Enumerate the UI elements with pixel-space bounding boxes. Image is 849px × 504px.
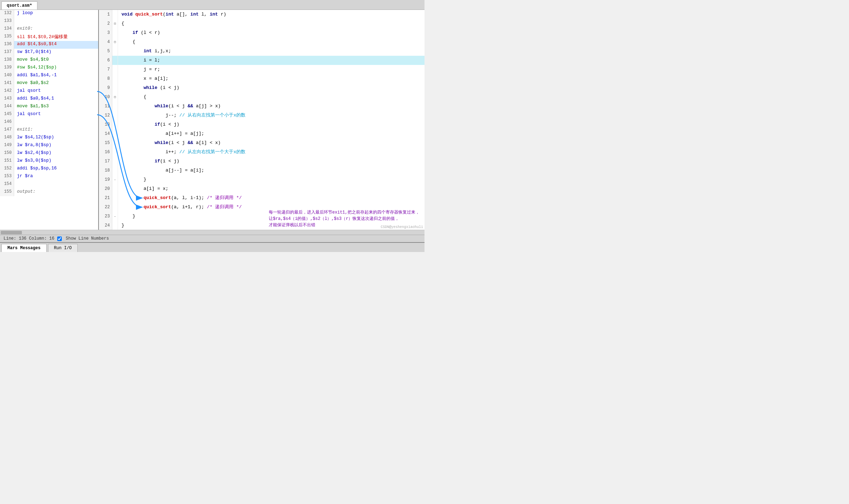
- bottom-tab-mars-messages[interactable]: Mars Messages: [1, 244, 47, 252]
- c-line-content: i = l;: [118, 56, 424, 65]
- line-num: 134: [0, 25, 14, 33]
- c-line-1: 1void quick_sort(int a[], int l, int r): [99, 10, 424, 19]
- line-content: jal qsort: [14, 88, 44, 95]
- c-line-11: 11 while(i < j && a[j] > x): [99, 102, 424, 111]
- c-line-content: while(i < j && a[j] > x): [118, 102, 424, 111]
- line-num: 147: [0, 126, 14, 134]
- c-line-6: 6 i = l;: [99, 56, 424, 65]
- fold-indicator: [112, 10, 118, 19]
- line-num: 141: [0, 80, 14, 88]
- line-num: 136: [0, 41, 14, 49]
- fold-indicator: [112, 83, 118, 92]
- line-num: 152: [0, 165, 14, 173]
- c-line-num: 10: [99, 92, 112, 102]
- c-line-num: 20: [99, 184, 112, 193]
- line-content: lw $s2,4($sp): [14, 150, 54, 157]
- assembly-line-141: 141move $a0,$s2: [0, 80, 98, 88]
- c-line-22: 22 quick_sort(a, i+1, r); /* 递归调用 */: [99, 203, 424, 212]
- c-line-content: a[i] = x;: [118, 184, 424, 193]
- c-line-content: }: [118, 212, 424, 221]
- line-content: move $a1,$s3: [14, 103, 52, 111]
- c-line-14: 14 a[i++] = a[j];: [99, 129, 424, 138]
- status-bar: Line: 136 Column: 16 Show Line Numbers: [0, 235, 424, 242]
- fold-indicator: [112, 138, 118, 148]
- c-line-3: 3 if (l < r): [99, 28, 424, 37]
- c-line-num: 19: [99, 175, 112, 184]
- bottom-tab-bar: Mars Messages Run I/O: [0, 242, 424, 252]
- c-line-content: while(i < j && a[i] < x): [118, 138, 424, 148]
- line-content: addi $a0,$s4,1: [14, 95, 57, 103]
- assembly-line-139: 139#sw $s4,12($sp): [0, 64, 98, 72]
- fold-indicator: [112, 102, 118, 111]
- c-line-4: 4⊟ {: [99, 37, 424, 47]
- line-content: j loop: [14, 10, 36, 18]
- editor-area: 132j loop133134exit0:135sll $t4,$t0,2#偏移…: [0, 10, 424, 230]
- fold-indicator: [112, 184, 118, 193]
- left-pane[interactable]: 132j loop133134exit0:135sll $t4,$t0,2#偏移…: [0, 10, 99, 230]
- fold-indicator[interactable]: ⊟: [112, 37, 118, 47]
- watermark: CSDN@yeshengxiaohuli: [381, 225, 423, 229]
- c-line-13: 13 if(i < j): [99, 120, 424, 129]
- assembly-line-155: 155output:: [0, 188, 98, 196]
- line-content: move $a0,$s2: [14, 80, 52, 88]
- line-content: [14, 119, 20, 126]
- assembly-line-134: 134exit0:: [0, 25, 98, 33]
- assembly-line-148: 148lw $s4,12($sp): [0, 134, 98, 142]
- c-line-16: 16 i++; // 从左向右找第一个大于x的数: [99, 148, 424, 157]
- line-num: 142: [0, 88, 14, 95]
- right-pane[interactable]: 1void quick_sort(int a[], int l, int r)2…: [99, 10, 424, 230]
- line-content: [14, 181, 20, 188]
- c-line-23: 23– }: [99, 212, 424, 221]
- fold-indicator: [112, 47, 118, 56]
- fold-indicator: [112, 28, 118, 37]
- scrollbar[interactable]: [0, 230, 424, 235]
- show-line-numbers-checkbox[interactable]: [57, 236, 62, 241]
- assembly-line-154: 154: [0, 181, 98, 188]
- c-line-12: 12 j--; // 从右向左找第一个小于x的数: [99, 111, 424, 120]
- c-line-num: 5: [99, 47, 112, 56]
- bottom-tab-run-io[interactable]: Run I/O: [48, 244, 78, 252]
- fold-indicator[interactable]: ⊟: [112, 92, 118, 102]
- status-text: Line: 136 Column: 16: [4, 236, 54, 241]
- fold-indicator[interactable]: –: [112, 212, 118, 221]
- fold-indicator[interactable]: –: [112, 175, 118, 184]
- fold-indicator: [112, 148, 118, 157]
- c-line-content: a[i++] = a[j];: [118, 129, 424, 138]
- line-content: exit1:: [14, 126, 36, 134]
- fold-indicator: [112, 203, 118, 212]
- c-line-num: 15: [99, 138, 112, 148]
- c-line-num: 6: [99, 56, 112, 65]
- c-line-19: 19– }: [99, 175, 424, 184]
- line-num: 149: [0, 142, 14, 150]
- c-line-17: 17 if(i < j): [99, 157, 424, 166]
- fold-indicator: [112, 193, 118, 203]
- line-num: 132: [0, 10, 14, 18]
- line-content: move $s4,$t0: [14, 56, 52, 64]
- c-line-content: quick_sort(a, i+1, r); /* 递归调用 */: [118, 203, 424, 212]
- c-line-num: 9: [99, 83, 112, 92]
- line-content: jal qsort: [14, 111, 44, 119]
- line-content: lw $s3,0($sp): [14, 157, 54, 165]
- c-line-content: {: [118, 37, 424, 47]
- line-content: add $t4,$s0,$t4: [14, 41, 60, 49]
- c-line-content: x = a[i];: [118, 74, 424, 83]
- fold-indicator: [112, 65, 118, 74]
- c-line-num: 3: [99, 28, 112, 37]
- tab-bar: qsort.asm*: [0, 0, 424, 10]
- tab-qsort-asm[interactable]: qsort.asm*: [1, 1, 37, 10]
- c-line-content: }: [118, 175, 424, 184]
- fold-indicator: [112, 166, 118, 175]
- fold-indicator[interactable]: ⊟: [112, 19, 118, 28]
- line-content: addi $sp,$sp,16: [14, 165, 60, 173]
- assembly-line-152: 152addi $sp,$sp,16: [0, 165, 98, 173]
- c-line-15: 15 while(i < j && a[i] < x): [99, 138, 424, 148]
- c-line-content: if(i < j): [118, 157, 424, 166]
- c-line-num: 13: [99, 120, 112, 129]
- c-line-content: j--; // 从右向左找第一个小于x的数: [118, 111, 424, 120]
- line-content: exit0:: [14, 25, 36, 33]
- c-line-content: {: [118, 19, 424, 28]
- c-line-content: j = r;: [118, 65, 424, 74]
- assembly-line-132: 132j loop: [0, 10, 98, 18]
- assembly-line-143: 143addi $a0,$s4,1: [0, 95, 98, 103]
- scrollbar-thumb[interactable]: [1, 231, 22, 234]
